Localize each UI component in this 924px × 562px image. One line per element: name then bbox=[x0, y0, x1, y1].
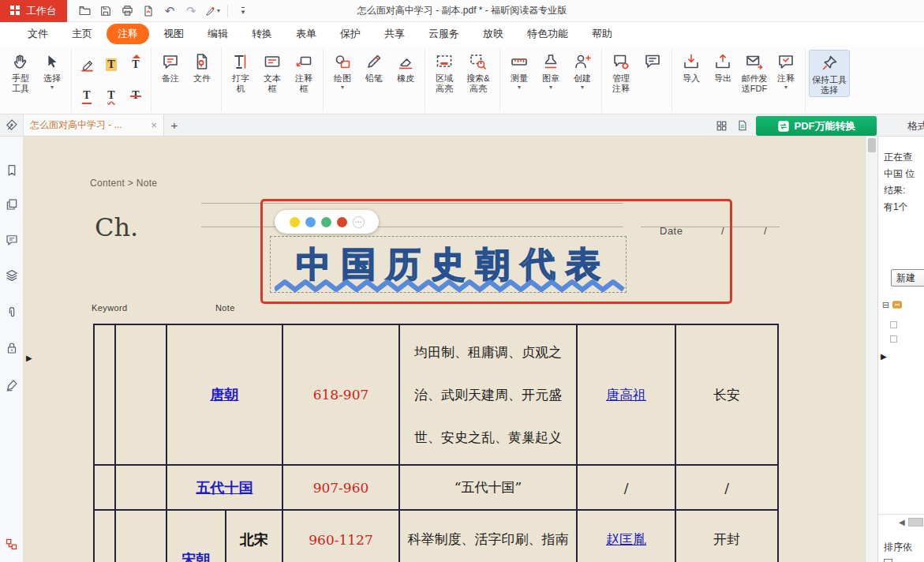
menu-protect[interactable]: 保护 bbox=[328, 24, 372, 44]
scrollbar-thumb[interactable] bbox=[868, 138, 876, 152]
page-organize-button[interactable] bbox=[734, 118, 751, 133]
quick-print-button[interactable] bbox=[139, 2, 158, 20]
more-options-icon[interactable]: ⋯ bbox=[353, 216, 365, 228]
layers-panel-button[interactable] bbox=[5, 268, 19, 286]
workspace-button[interactable]: 工作台 bbox=[0, 0, 67, 22]
dynasty-link[interactable]: 五代十国 bbox=[196, 479, 253, 496]
search-highlight-tool-button[interactable]: 搜索&高亮 bbox=[460, 50, 496, 94]
pages-panel-button[interactable] bbox=[5, 197, 19, 215]
insert-text-tool-button[interactable]: T bbox=[124, 50, 148, 80]
save-button[interactable] bbox=[96, 2, 115, 20]
security-panel-button[interactable] bbox=[5, 341, 19, 358]
tree-child-item[interactable] bbox=[890, 321, 897, 328]
import-comments-button[interactable]: 导入 bbox=[675, 50, 707, 84]
horizontal-scrollbar-thumb[interactable] bbox=[908, 518, 923, 526]
keep-tool-selected-button[interactable]: 保持工具选择 bbox=[809, 50, 850, 97]
undo-button[interactable]: ↶ bbox=[160, 2, 179, 20]
draw-tool-button[interactable]: 绘图 ▾ bbox=[327, 50, 358, 91]
select-caret-icon: ▾ bbox=[51, 84, 54, 91]
create-tool-button[interactable]: 创建 ▾ bbox=[567, 50, 598, 91]
panel-checkbox[interactable] bbox=[884, 559, 892, 562]
menu-features[interactable]: 特色功能 bbox=[515, 24, 580, 44]
open-file-button[interactable] bbox=[75, 2, 94, 20]
comment-caret-icon: ▾ bbox=[784, 84, 787, 91]
ribbon-group-typing: 打字机 文本框 注释框 bbox=[222, 48, 324, 112]
tree-item[interactable]: ⊟ bbox=[882, 299, 903, 310]
menu-presentation[interactable]: 放映 bbox=[471, 24, 515, 44]
green-color-swatch[interactable] bbox=[321, 217, 331, 227]
left-panel-expand-handle[interactable]: ▶ bbox=[26, 354, 32, 362]
export-comments-button[interactable]: 导出 bbox=[707, 50, 739, 84]
ribbon-group-notes: 备注 文件 bbox=[152, 48, 222, 112]
underline-tool-button[interactable]: T bbox=[75, 81, 99, 111]
select-tool-button[interactable]: 选择 ▾ bbox=[36, 50, 68, 91]
format-panel-tab[interactable]: 格式 bbox=[907, 119, 924, 133]
blue-color-swatch[interactable] bbox=[305, 217, 316, 227]
close-tab-icon[interactable]: × bbox=[151, 119, 157, 131]
vertical-scrollbar[interactable] bbox=[865, 137, 877, 562]
scroll-left-icon[interactable]: ◀ bbox=[899, 519, 905, 526]
eraser-tool-button[interactable]: 橡皮 bbox=[390, 50, 421, 84]
founder-cell: / bbox=[577, 465, 675, 510]
pdf-convert-button[interactable]: PDF万能转换 bbox=[756, 116, 877, 136]
tree-expander-icon[interactable]: ⊟ bbox=[882, 300, 889, 310]
note-tool-button[interactable]: 备注 bbox=[155, 50, 186, 84]
red-color-swatch[interactable] bbox=[337, 217, 347, 227]
menu-comment[interactable]: 注释 bbox=[107, 24, 149, 44]
customize-toolbar-button[interactable]: ▾ bbox=[234, 2, 253, 20]
attachments-panel-button[interactable] bbox=[5, 305, 19, 323]
right-panel-collapse-handle[interactable]: ▶ bbox=[881, 353, 887, 361]
format-brush-button[interactable]: ▾ bbox=[203, 2, 222, 20]
founder-link[interactable]: 唐高祖 bbox=[606, 387, 646, 403]
pdf-viewport[interactable]: Content > Note Ch. 中国历史朝代表 ⋯ Date / / Ke… bbox=[24, 137, 865, 562]
hand-tool-button[interactable]: 手型工具 bbox=[5, 50, 36, 94]
comment-share-button[interactable]: 注释 ▾ bbox=[770, 50, 802, 91]
menu-cloud[interactable]: 云服务 bbox=[417, 24, 471, 44]
print-button[interactable] bbox=[118, 2, 137, 20]
menu-home[interactable]: 主页 bbox=[60, 24, 104, 44]
new-button[interactable]: 新建 bbox=[891, 269, 924, 287]
replace-text-icon: T bbox=[106, 58, 116, 71]
yellow-color-swatch[interactable] bbox=[290, 217, 300, 227]
comments-panel-button[interactable] bbox=[5, 233, 19, 250]
brush-caret-icon: ▾ bbox=[217, 7, 220, 14]
callout-tool-button[interactable]: 注释框 bbox=[288, 50, 320, 94]
menu-file[interactable]: 文件 bbox=[16, 24, 60, 44]
signature-panel-button[interactable] bbox=[5, 378, 19, 395]
menu-help[interactable]: 帮助 bbox=[580, 24, 624, 44]
bookmarks-panel-button[interactable] bbox=[5, 163, 19, 181]
squiggly-tool-button[interactable]: T bbox=[99, 81, 123, 111]
comment-summary-icon bbox=[643, 51, 662, 73]
stamp-tool-button[interactable]: 图章 ▾ bbox=[535, 50, 567, 91]
tile-view-button[interactable] bbox=[713, 118, 730, 133]
printer-icon bbox=[121, 4, 134, 17]
replace-text-tool-button[interactable]: T bbox=[99, 50, 123, 80]
founder-link[interactable]: 赵匡胤 bbox=[606, 531, 646, 547]
area-highlight-tool-button[interactable]: 区域高亮 bbox=[428, 50, 460, 94]
menu-view[interactable]: 视图 bbox=[152, 24, 196, 44]
attach-file-tool-button[interactable]: 文件 bbox=[186, 50, 218, 84]
email-fdf-button[interactable]: 邮件发送FDF bbox=[739, 50, 770, 94]
tree-child-item[interactable] bbox=[890, 335, 897, 343]
menu-convert[interactable]: 转换 bbox=[240, 24, 284, 44]
draw-label: 绘图 bbox=[334, 73, 351, 84]
dynasty-link[interactable]: 唐朝 bbox=[211, 386, 239, 403]
strikeout-tool-button[interactable]: T bbox=[124, 81, 148, 111]
menu-form[interactable]: 表单 bbox=[284, 24, 328, 44]
menu-edit[interactable]: 编辑 bbox=[196, 24, 240, 44]
dynasty-link[interactable]: 宋朝 bbox=[182, 551, 211, 562]
textbox-tool-button[interactable]: 文本框 bbox=[256, 50, 288, 94]
redo-button[interactable]: ↷ bbox=[181, 2, 200, 20]
split-view-button[interactable] bbox=[5, 538, 18, 554]
highlight-tool-button[interactable] bbox=[75, 50, 99, 80]
measure-tool-button[interactable]: 测量 ▾ bbox=[503, 50, 535, 91]
document-tab[interactable]: 怎么面对高中学习 - ... × bbox=[24, 114, 164, 136]
pen-nib-cell[interactable] bbox=[0, 114, 24, 137]
summarize-comments-button[interactable] bbox=[637, 50, 668, 73]
typewriter-tool-button[interactable]: 打字机 bbox=[225, 50, 256, 94]
pencil-tool-button[interactable]: 铅笔 bbox=[358, 50, 390, 84]
manage-comments-button[interactable]: 管理注释 bbox=[605, 50, 637, 94]
menu-share[interactable]: 共享 bbox=[372, 24, 417, 44]
new-tab-button[interactable]: + bbox=[164, 118, 185, 132]
date-slash: / bbox=[764, 225, 767, 237]
